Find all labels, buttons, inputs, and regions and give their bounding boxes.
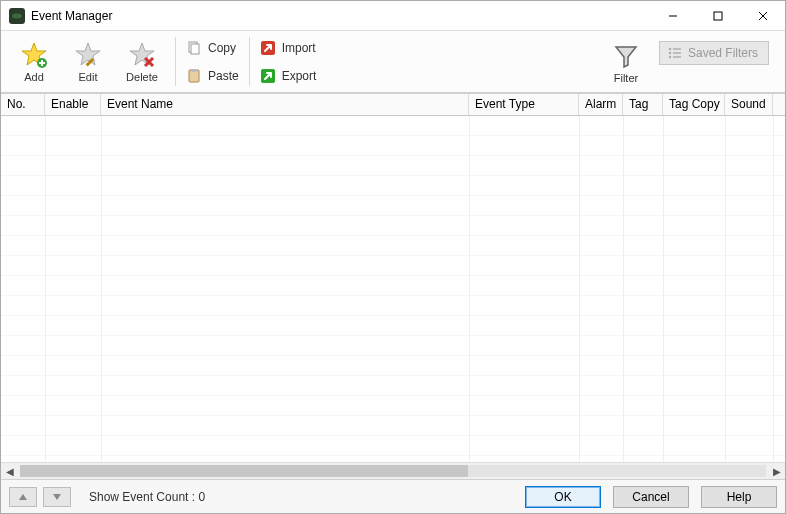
scroll-thumb[interactable] [20,465,468,477]
svg-rect-18 [191,69,197,72]
column-header-no-[interactable]: No. [1,94,45,115]
filter-button[interactable]: Filter [599,35,653,91]
svg-rect-23 [673,48,681,49]
funnel-icon [612,42,640,70]
export-icon [260,68,276,84]
scroll-right-arrow[interactable]: ▶ [768,463,785,480]
column-divider [773,116,774,462]
copy-icon [186,40,202,56]
column-divider [45,116,46,462]
svg-point-24 [669,52,671,54]
event-grid: No.EnableEvent NameEvent TypeAlarmTagTag… [1,93,785,479]
svg-point-1 [12,13,22,18]
toolbar-group-edit-main: Add Edit [1,31,175,92]
svg-rect-16 [191,44,199,54]
import-icon [260,40,276,56]
column-header-enable[interactable]: Enable [45,94,101,115]
window: Event Manager Add [0,0,786,514]
horizontal-scrollbar[interactable]: ◀ ▶ [1,462,785,479]
import-button[interactable]: Import [256,37,321,59]
cancel-label: Cancel [632,490,669,504]
saved-filters-button[interactable]: Saved Filters [659,41,769,65]
svg-marker-21 [616,47,636,67]
add-button[interactable]: Add [7,34,61,90]
svg-point-22 [669,48,671,50]
svg-rect-25 [673,52,681,53]
grid-header: No.EnableEvent NameEvent TypeAlarmTagTag… [1,94,785,116]
copy-label: Copy [208,41,236,55]
column-divider [663,116,664,462]
grid-body[interactable] [1,116,785,462]
svg-marker-10 [76,43,100,65]
edit-button[interactable]: Edit [61,34,115,90]
move-down-button[interactable] [43,487,71,507]
paste-icon [186,68,202,84]
scroll-left-arrow[interactable]: ◀ [1,463,18,480]
titlebar: Event Manager [1,1,785,31]
ok-button[interactable]: OK [525,486,601,508]
paste-label: Paste [208,69,239,83]
list-icon [668,46,682,60]
export-label: Export [282,69,317,83]
saved-filters-label: Saved Filters [688,46,758,60]
column-divider [579,116,580,462]
window-title: Event Manager [31,9,650,23]
column-divider [469,116,470,462]
copy-button[interactable]: Copy [182,37,243,59]
star-add-icon [20,41,48,69]
column-header-tag-copy[interactable]: Tag Copy [663,94,725,115]
delete-button[interactable]: Delete [115,34,169,90]
footer: Show Event Count : 0 OK Cancel Help [1,479,785,513]
status-text: Show Event Count : 0 [89,490,205,504]
column-divider [101,116,102,462]
column-header-alarm[interactable]: Alarm [579,94,623,115]
svg-point-26 [669,56,671,58]
toolbar-group-io: Import Export [250,31,327,92]
star-delete-icon [128,41,156,69]
toolbar: Add Edit [1,31,785,93]
toolbar-group-clipboard: Copy Paste [176,31,249,92]
filter-label: Filter [614,72,638,84]
paste-button[interactable]: Paste [182,65,243,87]
grid-col-lines [1,116,785,462]
column-divider [725,116,726,462]
edit-label: Edit [79,71,98,83]
maximize-button[interactable] [695,1,740,30]
column-header-sound[interactable]: Sound [725,94,773,115]
column-divider [623,116,624,462]
column-header-event-name[interactable]: Event Name [101,94,469,115]
star-edit-icon [74,41,102,69]
close-button[interactable] [740,1,785,30]
svg-marker-28 [19,494,27,500]
ok-label: OK [554,490,571,504]
toolbar-group-filter: Filter Saved Filters [593,31,785,92]
svg-marker-29 [53,494,61,500]
minimize-button[interactable] [650,1,695,30]
delete-label: Delete [126,71,158,83]
column-header-tag[interactable]: Tag [623,94,663,115]
help-button[interactable]: Help [701,486,777,508]
scroll-track[interactable] [20,465,766,477]
column-header-event-type[interactable]: Event Type [469,94,579,115]
move-up-button[interactable] [9,487,37,507]
help-label: Help [727,490,752,504]
import-label: Import [282,41,316,55]
app-icon [9,8,25,24]
export-button[interactable]: Export [256,65,321,87]
cancel-button[interactable]: Cancel [613,486,689,508]
add-label: Add [24,71,44,83]
svg-rect-27 [673,56,681,57]
toolbar-spacer [326,31,593,92]
svg-rect-3 [714,12,722,20]
